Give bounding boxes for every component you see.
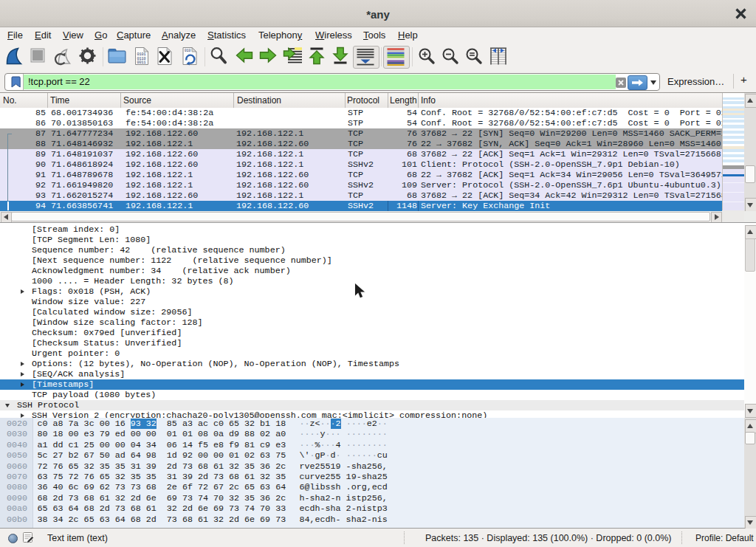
svg-text:010: 010 xyxy=(185,49,190,52)
svg-text:0011: 0011 xyxy=(137,61,146,65)
